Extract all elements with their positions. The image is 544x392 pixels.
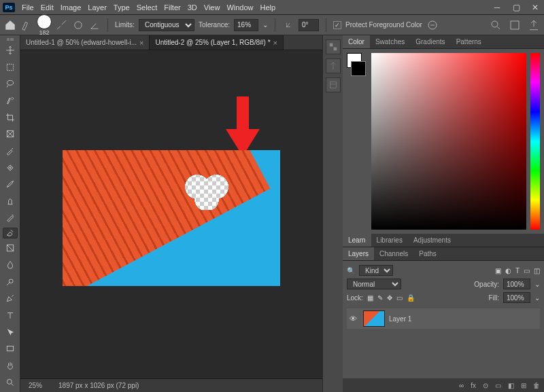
tab-layers[interactable]: Layers	[343, 247, 374, 260]
layer-name[interactable]: Layer 1	[389, 315, 411, 323]
tab-adjustments[interactable]: Adjustments	[408, 234, 456, 247]
eyedropper-tool[interactable]	[3, 144, 18, 158]
menu-edit[interactable]: Edit	[41, 3, 54, 12]
frame-tool[interactable]	[3, 127, 18, 141]
filter-type-icon[interactable]: T	[515, 267, 520, 274]
workspace-icon[interactable]	[509, 19, 521, 31]
tool-preset-icon[interactable]	[20, 19, 33, 31]
lasso-tool[interactable]	[3, 77, 18, 91]
protect-foreground-checkbox[interactable]	[333, 21, 341, 29]
lock-paint-icon[interactable]: ✎	[377, 294, 383, 302]
layer-fx-icon[interactable]: fx	[471, 382, 476, 389]
menu-window[interactable]: Window	[226, 3, 253, 12]
tab-patterns[interactable]: Patterns	[451, 35, 487, 48]
lock-position-icon[interactable]: ✥	[387, 294, 392, 302]
link-layers-icon[interactable]: ∞	[459, 382, 464, 389]
menu-help[interactable]: Help	[260, 3, 276, 12]
hand-tool[interactable]	[3, 359, 18, 373]
filter-shape-icon[interactable]: ▭	[524, 267, 530, 274]
chevron-down-icon[interactable]: ⌄	[534, 294, 540, 302]
visibility-toggle-icon[interactable]: 👁	[350, 315, 359, 323]
close-icon[interactable]: ✕	[529, 3, 541, 12]
filter-icon[interactable]: 🔍	[347, 267, 355, 274]
toolbar-grip[interactable]	[7, 38, 14, 41]
limits-select[interactable]: Contiguous	[139, 19, 194, 31]
canvas[interactable]	[20, 50, 322, 378]
menu-type[interactable]: Type	[114, 3, 130, 12]
blend-mode-select[interactable]: Normal	[347, 279, 401, 289]
angle-input[interactable]	[299, 19, 319, 31]
brush-tool[interactable]	[3, 177, 18, 192]
background-swatch[interactable]	[351, 61, 366, 76]
layer-thumbnail[interactable]	[363, 310, 385, 327]
close-icon[interactable]: ×	[139, 39, 143, 47]
history-brush-tool[interactable]	[3, 211, 18, 225]
home-icon[interactable]	[4, 19, 16, 31]
doc-tab-1[interactable]: Untitled-1 @ 50% (edward-howell-i... ×	[20, 35, 150, 50]
crop-tool[interactable]	[3, 110, 18, 124]
close-icon[interactable]: ×	[273, 39, 277, 47]
eraser-tool[interactable]	[3, 228, 18, 238]
status-zoom[interactable]: 25%	[29, 382, 42, 389]
tab-paths[interactable]: Paths	[413, 247, 442, 260]
layer-mask-icon[interactable]: ⊙	[483, 382, 488, 389]
path-select-tool[interactable]	[3, 325, 18, 339]
rectangle-tool[interactable]	[3, 342, 18, 356]
chevron-down-icon[interactable]: ⌄	[534, 281, 540, 288]
menu-layer[interactable]: Layer	[88, 3, 107, 12]
menu-view[interactable]: View	[204, 3, 220, 12]
brush-settings-icon[interactable]	[56, 19, 68, 31]
brush-angle-icon[interactable]	[88, 19, 101, 31]
marquee-tool[interactable]	[3, 60, 18, 74]
doc-tab-2[interactable]: Untitled-2 @ 25% (Layer 1, RGB/8#) * ×	[150, 35, 284, 50]
tab-swatches[interactable]: Swatches	[370, 35, 410, 48]
color-picker-field[interactable]	[371, 53, 526, 230]
tolerance-input[interactable]	[234, 19, 258, 31]
lock-transparent-icon[interactable]: ▦	[367, 294, 373, 302]
menu-file[interactable]: File	[22, 3, 34, 12]
tolerance-scrubby-icon[interactable]: ⌄	[262, 21, 268, 29]
lock-all-icon[interactable]: 🔒	[407, 294, 415, 302]
zoom-tool[interactable]	[3, 375, 18, 389]
brush-pressure-icon[interactable]	[72, 19, 84, 31]
menu-image[interactable]: Image	[61, 3, 82, 12]
pen-tool[interactable]	[3, 291, 18, 306]
search-icon[interactable]	[490, 19, 502, 31]
layer-row[interactable]: 👁 Layer 1	[347, 308, 540, 329]
tab-channels[interactable]: Channels	[374, 247, 413, 260]
menu-3d[interactable]: 3D	[188, 3, 197, 12]
panel-icon-2[interactable]	[326, 58, 341, 73]
share-icon[interactable]	[528, 19, 540, 31]
hue-slider[interactable]	[530, 53, 540, 230]
tab-libraries[interactable]: Libraries	[371, 234, 408, 247]
filter-pixel-icon[interactable]: ▣	[495, 267, 501, 274]
blur-tool[interactable]	[3, 258, 18, 272]
adjustment-layer-icon[interactable]: ▭	[495, 382, 501, 389]
fill-input[interactable]	[503, 292, 530, 303]
healing-tool[interactable]	[3, 160, 18, 175]
gradient-tool[interactable]	[3, 241, 18, 255]
brush-preview[interactable]	[37, 14, 52, 29]
group-icon[interactable]: ◧	[508, 382, 514, 389]
opacity-input[interactable]	[503, 279, 530, 289]
kind-select[interactable]: Kind	[359, 265, 393, 276]
tab-color[interactable]: Color	[343, 35, 370, 48]
move-tool[interactable]	[3, 43, 18, 58]
quick-select-tool[interactable]	[3, 94, 18, 108]
delete-layer-icon[interactable]: 🗑	[533, 382, 540, 389]
filter-adjust-icon[interactable]: ◐	[505, 267, 511, 274]
panel-icon-1[interactable]	[326, 39, 341, 54]
panel-icon-3[interactable]	[326, 77, 341, 92]
clone-stamp-tool[interactable]	[3, 194, 18, 209]
filter-smart-icon[interactable]: ◫	[534, 267, 540, 274]
tab-learn[interactable]: Learn	[343, 234, 371, 247]
new-layer-icon[interactable]: ⊞	[521, 382, 526, 389]
maximize-icon[interactable]: ▢	[510, 3, 522, 12]
type-tool[interactable]	[3, 308, 18, 323]
minimize-icon[interactable]: ─	[491, 3, 503, 12]
dodge-tool[interactable]	[3, 274, 18, 289]
lock-artboard-icon[interactable]: ▭	[396, 294, 403, 302]
pressure-opacity-icon[interactable]	[426, 19, 439, 31]
menu-filter[interactable]: Filter	[164, 3, 180, 12]
tab-gradients[interactable]: Gradients	[410, 35, 450, 48]
